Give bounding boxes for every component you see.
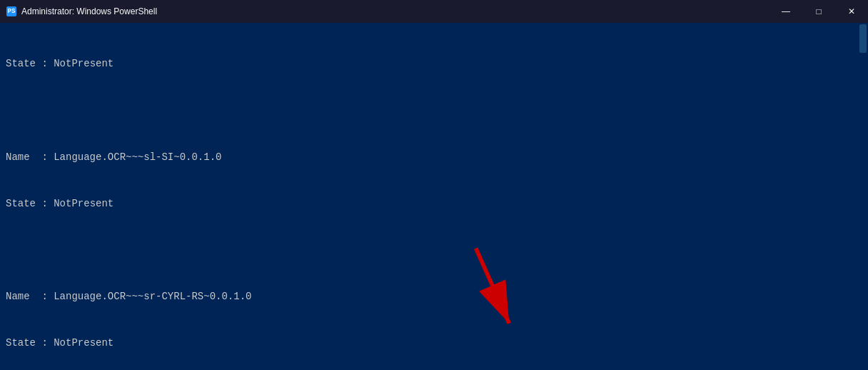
app-icon: PS xyxy=(6,6,17,17)
line-name-2: Name : Language.OCR~~~sr-CYRL-RS~0.0.1.0 xyxy=(6,289,862,305)
minimize-button[interactable]: — xyxy=(769,0,802,23)
powershell-icon: PS xyxy=(6,6,16,16)
line-state-0: State : NotPresent xyxy=(6,56,862,72)
close-button[interactable]: ✕ xyxy=(835,0,868,23)
line-state-2: State : NotPresent xyxy=(6,336,862,351)
line-name-1: Name : Language.OCR~~~sl-SI~0.0.1.0 xyxy=(6,150,862,166)
scrollbar[interactable] xyxy=(858,23,868,370)
terminal-output: State : NotPresent Name : Language.OCR~~… xyxy=(6,26,862,370)
line-blank-2 xyxy=(6,243,862,259)
line-blank-1 xyxy=(6,103,862,119)
maximize-button[interactable]: □ xyxy=(802,0,835,23)
window-title: Administrator: Windows PowerShell xyxy=(21,6,157,16)
titlebar: PS Administrator: Windows PowerShell — □… xyxy=(0,0,868,23)
titlebar-controls: — □ ✕ xyxy=(769,0,868,23)
terminal-body[interactable]: State : NotPresent Name : Language.OCR~~… xyxy=(0,23,868,370)
titlebar-left: PS Administrator: Windows PowerShell xyxy=(6,6,157,17)
line-state-1: State : NotPresent xyxy=(6,196,862,212)
scrollbar-thumb[interactable] xyxy=(859,24,867,53)
powershell-window: PS Administrator: Windows PowerShell — □… xyxy=(0,0,868,370)
